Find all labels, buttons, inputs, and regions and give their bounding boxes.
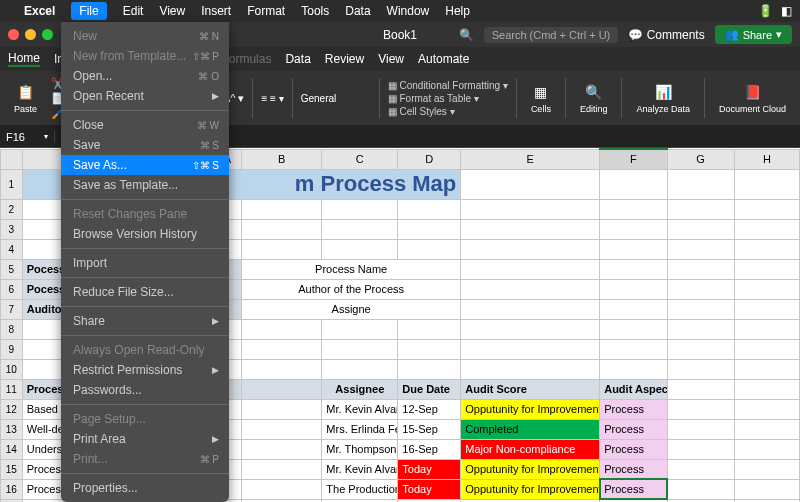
switch-icon: ◧ xyxy=(781,4,792,18)
file-menu-item[interactable]: Import xyxy=(61,253,229,273)
tab-review[interactable]: Review xyxy=(325,52,364,66)
menu-format[interactable]: Format xyxy=(247,4,285,18)
file-menu-item[interactable]: Browse Version History xyxy=(61,224,229,244)
menu-data[interactable]: Data xyxy=(345,4,370,18)
cell[interactable]: Author of the Process xyxy=(241,279,460,299)
file-menu-item: Always Open Read-Only xyxy=(61,340,229,360)
cell[interactable]: 16-Sep xyxy=(398,439,461,459)
paste-button[interactable]: 📋Paste xyxy=(8,80,43,116)
document-cloud-button[interactable]: 📕Document Cloud xyxy=(713,80,792,116)
cell[interactable]: Opputunity for Improvement xyxy=(461,479,600,499)
menu-insert[interactable]: Insert xyxy=(201,4,231,18)
file-menu-item: Page Setup... xyxy=(61,409,229,429)
cell[interactable]: Process xyxy=(600,439,667,459)
col-header[interactable]: D xyxy=(398,149,461,169)
analyze-data-button[interactable]: 📊Analyze Data xyxy=(630,80,696,116)
app-name: Excel xyxy=(24,4,55,18)
minimize-icon[interactable] xyxy=(25,29,36,40)
tab-automate[interactable]: Automate xyxy=(418,52,469,66)
col-header[interactable]: C xyxy=(322,149,398,169)
cell[interactable]: Audit Aspect xyxy=(600,379,667,399)
share-button[interactable]: 👥 Share ▾ xyxy=(715,25,792,44)
file-menu-item[interactable]: Restrict Permissions▶ xyxy=(61,360,229,380)
file-menu-item: New⌘ N xyxy=(61,26,229,46)
cell[interactable]: Mrs. Erlinda Felipe xyxy=(322,419,398,439)
cell[interactable]: 15-Sep xyxy=(398,419,461,439)
file-menu-item[interactable]: Close⌘ W xyxy=(61,115,229,135)
cells-button[interactable]: ▦Cells xyxy=(525,80,557,116)
menu-window[interactable]: Window xyxy=(387,4,430,18)
cell[interactable]: Process Name xyxy=(241,259,460,279)
menu-help[interactable]: Help xyxy=(445,4,470,18)
search-input[interactable]: Search (Cmd + Ctrl + U) xyxy=(484,27,619,43)
cell[interactable]: Process xyxy=(600,459,667,479)
file-menu-item[interactable]: Passwords... xyxy=(61,380,229,400)
menu-file[interactable]: File xyxy=(71,2,106,20)
traffic-lights[interactable] xyxy=(8,29,53,40)
cell[interactable]: 12-Sep xyxy=(398,399,461,419)
cell[interactable]: Process xyxy=(600,419,667,439)
cell[interactable]: Opputunity for Improvement xyxy=(461,459,600,479)
file-menu-item: Reset Changes Pane xyxy=(61,204,229,224)
cell[interactable]: Assigne xyxy=(241,299,460,319)
editing-button[interactable]: 🔍Editing xyxy=(574,80,614,116)
cell[interactable]: Mr. Kevin Alvar xyxy=(322,459,398,479)
file-menu-item[interactable]: Share▶ xyxy=(61,311,229,331)
col-header[interactable]: B xyxy=(241,149,321,169)
close-icon[interactable] xyxy=(8,29,19,40)
document-title: Book1 xyxy=(383,28,417,42)
mac-menubar: Excel File Edit View Insert Format Tools… xyxy=(0,0,800,22)
col-header[interactable]: F xyxy=(600,149,667,169)
file-menu-item[interactable]: Properties... xyxy=(61,478,229,498)
cell[interactable]: Mr. Kevin Alvar xyxy=(322,399,398,419)
cell[interactable]: The Production Deparment xyxy=(322,479,398,499)
menu-edit[interactable]: Edit xyxy=(123,4,144,18)
battery-icon: 🔋 xyxy=(758,4,773,18)
file-menu-item[interactable]: Open...⌘ O xyxy=(61,66,229,86)
col-header[interactable]: G xyxy=(667,149,734,169)
menu-view[interactable]: View xyxy=(159,4,185,18)
search-icon: 🔍 xyxy=(459,28,474,42)
file-menu-item: Print...⌘ P xyxy=(61,449,229,469)
file-menu-item[interactable]: Save⌘ S xyxy=(61,135,229,155)
cell[interactable]: Today xyxy=(398,459,461,479)
cell[interactable]: Today xyxy=(398,479,461,499)
tab-data[interactable]: Data xyxy=(285,52,310,66)
number-format-select[interactable]: General xyxy=(301,93,371,104)
file-menu-item: New from Template...⇧⌘ P xyxy=(61,46,229,66)
cell[interactable]: Due Date xyxy=(398,379,461,399)
name-box[interactable]: F16▾ xyxy=(0,131,55,143)
file-menu-item[interactable]: Open Recent▶ xyxy=(61,86,229,106)
file-menu-item[interactable]: Print Area▶ xyxy=(61,429,229,449)
cell[interactable]: Mr. Thompson Cruz xyxy=(322,439,398,459)
conditional-formatting-button[interactable]: ▦ Conditional Formatting ▾ xyxy=(388,80,508,91)
tab-view[interactable]: View xyxy=(378,52,404,66)
cell[interactable]: Completed xyxy=(461,419,600,439)
zoom-icon[interactable] xyxy=(42,29,53,40)
col-header[interactable]: E xyxy=(461,149,600,169)
cell[interactable]: Major Non-compliance xyxy=(461,439,600,459)
file-menu-item[interactable]: Save as Template... xyxy=(61,175,229,195)
select-all-corner[interactable] xyxy=(1,149,23,169)
file-menu-dropdown[interactable]: New⌘ NNew from Template...⇧⌘ POpen...⌘ O… xyxy=(61,22,229,502)
cell[interactable]: Assignee xyxy=(322,379,398,399)
menu-tools[interactable]: Tools xyxy=(301,4,329,18)
cell[interactable]: Audit Score xyxy=(461,379,600,399)
cell[interactable]: Process xyxy=(600,399,667,419)
comments-button[interactable]: 💬 Comments xyxy=(628,28,704,42)
file-menu-item[interactable]: Save As...⇧⌘ S xyxy=(61,155,229,175)
format-as-table-button[interactable]: ▦ Format as Table ▾ xyxy=(388,93,508,104)
file-menu-item[interactable]: Reduce File Size... xyxy=(61,282,229,302)
cell[interactable]: Opputunity for Improvement xyxy=(461,399,600,419)
tab-home[interactable]: Home xyxy=(8,51,40,67)
active-cell[interactable]: Process xyxy=(600,479,667,499)
cell-styles-button[interactable]: ▦ Cell Styles ▾ xyxy=(388,106,508,117)
col-header[interactable]: H xyxy=(734,149,799,169)
